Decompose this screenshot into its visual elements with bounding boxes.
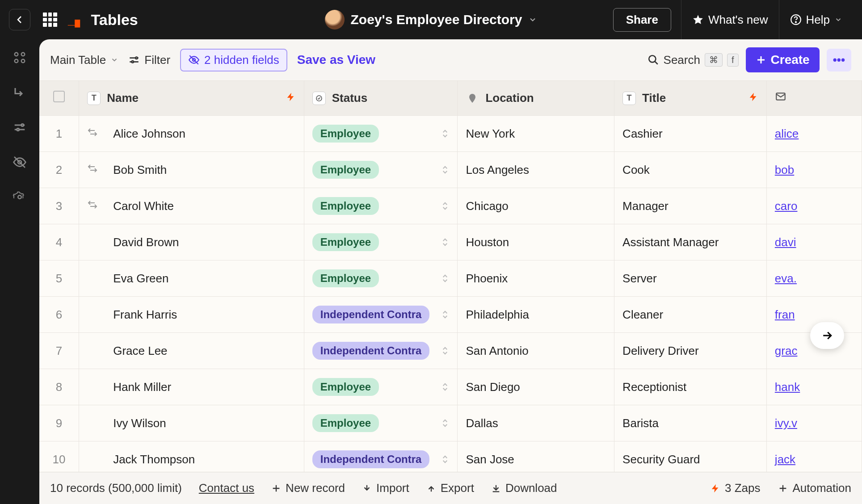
- cell-name[interactable]: Jack Thompson: [79, 441, 304, 472]
- cell-name[interactable]: Ivy Wilson: [79, 405, 304, 441]
- cell-name[interactable]: Hank Miller: [79, 369, 304, 405]
- cell-name[interactable]: Carol White: [79, 188, 304, 224]
- status-stepper[interactable]: [441, 419, 449, 428]
- whats-new-button[interactable]: What's new: [681, 0, 779, 39]
- header-location[interactable]: Location: [458, 81, 614, 116]
- cell-title[interactable]: Manager: [614, 188, 767, 224]
- hidden-fields-button[interactable]: 2 hidden fields: [180, 49, 287, 71]
- status-stepper[interactable]: [441, 310, 449, 319]
- cell-email[interactable]: jack: [766, 441, 862, 472]
- more-options-button[interactable]: •••: [827, 49, 851, 71]
- cell-name[interactable]: Alice Johnson: [79, 116, 304, 152]
- table-row[interactable]: 7 Grace Lee Independent Contra San Anton…: [39, 333, 862, 369]
- download-button[interactable]: Download: [491, 481, 557, 495]
- cell-status[interactable]: Employee: [304, 152, 458, 188]
- cell-title[interactable]: Cleaner: [614, 297, 767, 333]
- status-stepper[interactable]: [441, 165, 449, 174]
- table-row[interactable]: 5 Eva Green Employee Phoenix Server eva.: [39, 260, 862, 297]
- cell-title[interactable]: Assistant Manager: [614, 224, 767, 260]
- view-selector[interactable]: Main Table: [50, 53, 118, 67]
- cell-title[interactable]: Receptionist: [614, 369, 767, 405]
- cell-status[interactable]: Independent Contra: [304, 333, 458, 369]
- cell-location[interactable]: Houston: [458, 224, 614, 260]
- cell-title[interactable]: Security Guard: [614, 441, 767, 472]
- header-name[interactable]: T Name: [79, 81, 304, 116]
- cell-name[interactable]: Bob Smith: [79, 152, 304, 188]
- new-record-button[interactable]: New record: [271, 481, 345, 495]
- cell-location[interactable]: San Antonio: [458, 333, 614, 369]
- cell-location[interactable]: Dallas: [458, 405, 614, 441]
- table-row[interactable]: 4 David Brown Employee Houston Assistant…: [39, 224, 862, 260]
- table-row[interactable]: 1 Alice Johnson Employee New York Cashie…: [39, 116, 862, 152]
- cell-status[interactable]: Employee: [304, 224, 458, 260]
- cell-location[interactable]: Philadelphia: [458, 297, 614, 333]
- cell-location[interactable]: Phoenix: [458, 260, 614, 297]
- cell-email[interactable]: alice: [766, 116, 862, 152]
- table-row[interactable]: 6 Frank Harris Independent Contra Philad…: [39, 297, 862, 333]
- cell-status[interactable]: Employee: [304, 116, 458, 152]
- table-title-area[interactable]: Zoey's Employee Directory: [325, 10, 538, 29]
- cell-name[interactable]: Eva Green: [79, 260, 304, 297]
- cell-title[interactable]: Barista: [614, 405, 767, 441]
- header-checkbox[interactable]: [39, 81, 79, 116]
- sidebar-item-relations[interactable]: [12, 50, 27, 65]
- status-stepper[interactable]: [441, 129, 449, 138]
- cell-title[interactable]: Delivery Driver: [614, 333, 767, 369]
- header-email[interactable]: [766, 81, 862, 116]
- cell-name[interactable]: Frank Harris: [79, 297, 304, 333]
- cell-email[interactable]: ivy.v: [766, 405, 862, 441]
- cell-status[interactable]: Employee: [304, 260, 458, 297]
- status-stepper[interactable]: [441, 346, 449, 355]
- filter-button[interactable]: Filter: [128, 53, 170, 67]
- search-button[interactable]: Search ⌘ f: [648, 53, 739, 67]
- cell-email[interactable]: davi: [766, 224, 862, 260]
- status-stepper[interactable]: [441, 455, 449, 464]
- create-button[interactable]: Create: [746, 47, 820, 72]
- cell-status[interactable]: Employee: [304, 405, 458, 441]
- cell-location[interactable]: San Jose: [458, 441, 614, 472]
- table-row[interactable]: 3 Carol White Employee Chicago Manager c…: [39, 188, 862, 224]
- cell-status[interactable]: Employee: [304, 369, 458, 405]
- table-row[interactable]: 2 Bob Smith Employee Los Angeles Cook bo…: [39, 152, 862, 188]
- cell-email[interactable]: eva.: [766, 260, 862, 297]
- contact-us-link[interactable]: Contact us: [199, 481, 254, 495]
- cell-location[interactable]: New York: [458, 116, 614, 152]
- cell-email[interactable]: hank: [766, 369, 862, 405]
- cell-name[interactable]: Grace Lee: [79, 333, 304, 369]
- cell-email[interactable]: bob: [766, 152, 862, 188]
- import-button[interactable]: Import: [362, 481, 409, 495]
- apps-grid-icon[interactable]: [43, 13, 57, 27]
- cell-title[interactable]: Cashier: [614, 116, 767, 152]
- sidebar-item-hidden[interactable]: [12, 155, 27, 170]
- status-stepper[interactable]: [441, 238, 449, 247]
- zaps-button[interactable]: 3 Zaps: [711, 481, 761, 495]
- help-button[interactable]: Help: [779, 0, 853, 39]
- table-row[interactable]: 10 Jack Thompson Independent Contra San …: [39, 441, 862, 472]
- sidebar-item-flow[interactable]: [12, 85, 27, 100]
- cell-location[interactable]: San Diego: [458, 369, 614, 405]
- cell-location[interactable]: Chicago: [458, 188, 614, 224]
- scroll-right-button[interactable]: [810, 322, 844, 349]
- status-stepper[interactable]: [441, 274, 449, 283]
- sidebar-item-settings[interactable]: [12, 189, 27, 205]
- sidebar-item-sliders[interactable]: [12, 120, 27, 135]
- cell-status[interactable]: Independent Contra: [304, 441, 458, 472]
- cell-status[interactable]: Employee: [304, 188, 458, 224]
- status-stepper[interactable]: [441, 382, 449, 391]
- export-button[interactable]: Export: [426, 481, 474, 495]
- header-status[interactable]: Status: [304, 81, 458, 116]
- cell-title[interactable]: Cook: [614, 152, 767, 188]
- back-button[interactable]: [9, 9, 30, 30]
- share-button[interactable]: Share: [613, 8, 671, 32]
- header-title[interactable]: T Title: [614, 81, 767, 116]
- table-row[interactable]: 8 Hank Miller Employee San Diego Recepti…: [39, 369, 862, 405]
- cell-status[interactable]: Independent Contra: [304, 297, 458, 333]
- cell-location[interactable]: Los Angeles: [458, 152, 614, 188]
- save-as-view-button[interactable]: Save as View: [297, 53, 375, 67]
- table-row[interactable]: 9 Ivy Wilson Employee Dallas Barista ivy…: [39, 405, 862, 441]
- cell-email[interactable]: caro: [766, 188, 862, 224]
- automation-button[interactable]: Automation: [778, 481, 851, 495]
- cell-title[interactable]: Server: [614, 260, 767, 297]
- status-stepper[interactable]: [441, 202, 449, 210]
- cell-name[interactable]: David Brown: [79, 224, 304, 260]
